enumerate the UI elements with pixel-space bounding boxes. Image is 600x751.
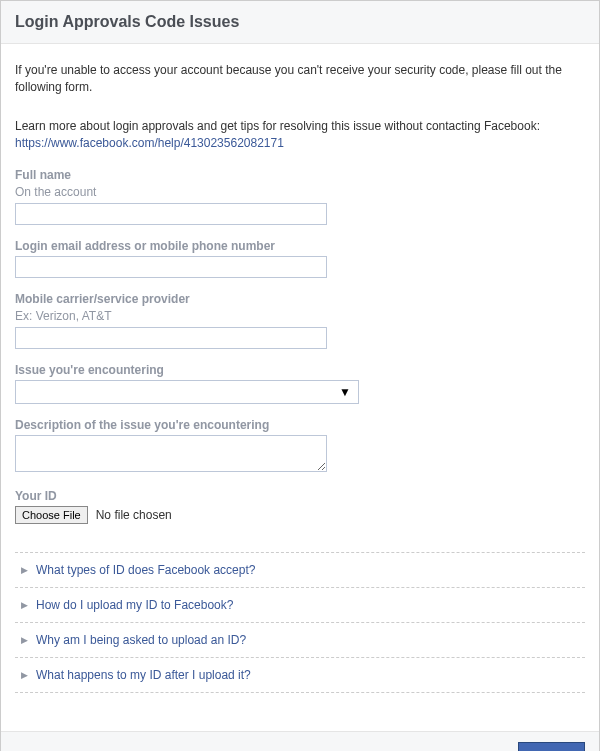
chevron-right-icon: ▶ (21, 565, 28, 575)
file-upload-row: Choose File No file chosen (15, 506, 585, 524)
faq-link-after-upload[interactable]: ▶ What happens to my ID after I upload i… (21, 668, 579, 682)
carrier-label: Mobile carrier/service provider (15, 292, 585, 306)
field-issue: Issue you're encountering ▼ (15, 363, 585, 404)
page-footer: Send (1, 731, 599, 751)
faq-section: ▶ What types of ID does Facebook accept?… (15, 552, 585, 693)
faq-item: ▶ What types of ID does Facebook accept? (15, 552, 585, 587)
field-carrier: Mobile carrier/service provider Ex: Veri… (15, 292, 585, 349)
field-login: Login email address or mobile phone numb… (15, 239, 585, 278)
full-name-input[interactable] (15, 203, 327, 225)
carrier-input[interactable] (15, 327, 327, 349)
faq-text: What happens to my ID after I upload it? (36, 668, 251, 682)
description-label: Description of the issue you're encounte… (15, 418, 585, 432)
page-container: Login Approvals Code Issues If you're un… (0, 0, 600, 751)
page-header: Login Approvals Code Issues (1, 1, 599, 44)
field-description: Description of the issue you're encounte… (15, 418, 585, 475)
chevron-right-icon: ▶ (21, 600, 28, 610)
login-input[interactable] (15, 256, 327, 278)
chevron-right-icon: ▶ (21, 670, 28, 680)
learn-more-text: Learn more about login approvals and get… (15, 118, 585, 135)
id-label: Your ID (15, 489, 585, 503)
send-button[interactable]: Send (518, 742, 585, 751)
faq-item: ▶ How do I upload my ID to Facebook? (15, 587, 585, 622)
form-content: If you're unable to access your account … (1, 44, 599, 703)
faq-item: ▶ Why am I being asked to upload an ID? (15, 622, 585, 657)
field-full-name: Full name On the account (15, 168, 585, 225)
chevron-right-icon: ▶ (21, 635, 28, 645)
faq-item: ▶ What happens to my ID after I upload i… (15, 657, 585, 693)
file-status-text: No file chosen (96, 508, 172, 522)
faq-link-why-upload[interactable]: ▶ Why am I being asked to upload an ID? (21, 633, 579, 647)
intro-text: If you're unable to access your account … (15, 62, 585, 96)
faq-link-id-types[interactable]: ▶ What types of ID does Facebook accept? (21, 563, 579, 577)
faq-text: How do I upload my ID to Facebook? (36, 598, 233, 612)
full-name-label: Full name (15, 168, 585, 182)
login-label: Login email address or mobile phone numb… (15, 239, 585, 253)
issue-label: Issue you're encountering (15, 363, 585, 377)
issue-select[interactable] (15, 380, 359, 404)
choose-file-button[interactable]: Choose File (15, 506, 88, 524)
faq-text: Why am I being asked to upload an ID? (36, 633, 246, 647)
faq-link-upload-how[interactable]: ▶ How do I upload my ID to Facebook? (21, 598, 579, 612)
field-id: Your ID Choose File No file chosen (15, 489, 585, 524)
full-name-sublabel: On the account (15, 185, 585, 199)
carrier-sublabel: Ex: Verizon, AT&T (15, 309, 585, 323)
page-title: Login Approvals Code Issues (15, 13, 585, 31)
issue-select-wrap: ▼ (15, 380, 359, 404)
faq-text: What types of ID does Facebook accept? (36, 563, 255, 577)
help-link[interactable]: https://www.facebook.com/help/4130235620… (15, 136, 585, 150)
description-textarea[interactable] (15, 435, 327, 472)
